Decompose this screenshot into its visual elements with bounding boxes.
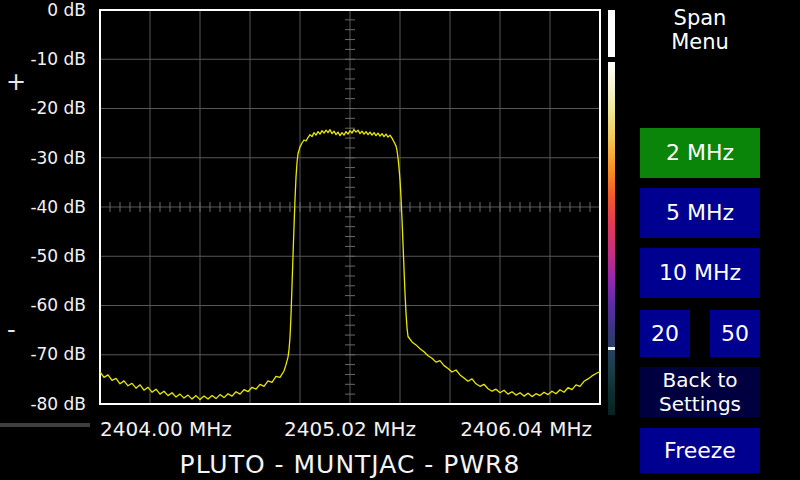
span-20mhz-button[interactable]: 20 [640,310,690,357]
y-tick-label: 0 dB [2,1,86,19]
span-10mhz-button[interactable]: 10 MHz [640,248,760,298]
menu-title-line1: Span [640,6,760,30]
y-tick-label: -80 dB [2,395,86,413]
menu-title: Span Menu [640,6,760,54]
spectrum-plot[interactable] [100,10,600,404]
y-tick-label: -30 dB [2,149,86,167]
y-tick-label: -10 dB [2,50,86,68]
y-tick-label: -40 dB [2,198,86,216]
y-tick-label: -60 dB [2,296,86,314]
waterfall-overload-block [608,10,615,57]
freq-label-stop: 2406.04 MHz [460,417,592,441]
gain-decrease-control[interactable]: - [7,316,16,344]
freeze-button[interactable]: Freeze [640,428,760,473]
waterfall-level-marker [608,347,615,350]
menu-title-line2: Menu [640,30,760,54]
gain-increase-control[interactable]: + [6,68,26,96]
y-tick-label: -50 dB [2,247,86,265]
y-tick-label: -70 dB [2,345,86,363]
page-title: PLUTO - MUNTJAC - PWR8 [180,450,521,479]
bottom-left-handle[interactable] [0,423,90,427]
waterfall-colour-scale [608,62,615,415]
span-5mhz-button[interactable]: 5 MHz [640,188,760,238]
y-tick-label: -20 dB [2,99,86,117]
span-50mhz-button[interactable]: 50 [710,310,760,357]
span-2mhz-button[interactable]: 2 MHz [640,128,760,178]
freq-label-start: 2404.00 MHz [100,417,232,441]
spectrum-trace-canvas [100,10,600,404]
back-to-settings-button[interactable]: Back to Settings [640,367,760,417]
freq-label-centre: 2405.02 MHz [284,417,416,441]
